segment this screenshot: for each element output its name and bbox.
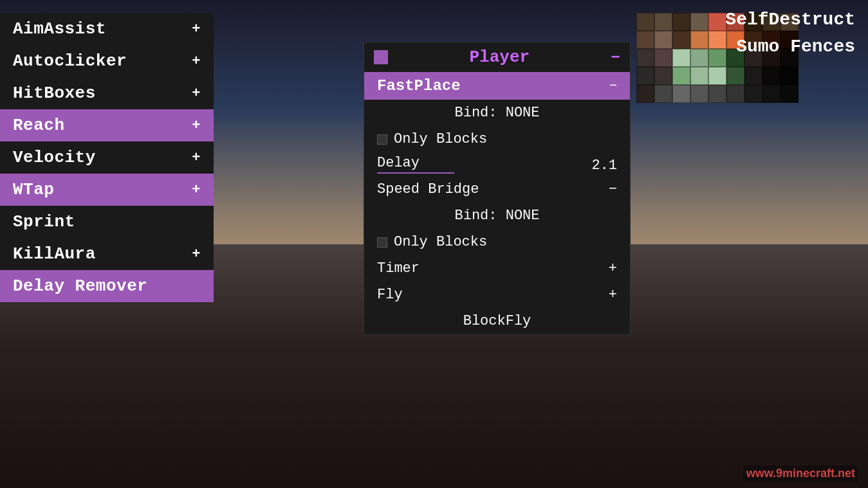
block [708, 31, 726, 49]
panel-title: Player [388, 48, 611, 67]
timer-plus[interactable]: + [609, 260, 617, 276]
block [762, 85, 780, 103]
sumo-fences-label: Sumo Fences [725, 33, 855, 60]
block [636, 49, 654, 67]
wtap-plus-icon: + [192, 182, 201, 198]
fly-row[interactable]: Fly + [364, 282, 630, 308]
self-destruct-label: SelfDestruct [725, 6, 855, 33]
panel-icon [374, 50, 388, 64]
menu-item-sprint[interactable]: Sprint [0, 206, 214, 238]
velocity-plus-icon: + [192, 150, 201, 166]
fastplace-minus[interactable]: − [609, 78, 617, 93]
menu-item-killaura-label: KillAura [13, 244, 96, 264]
fastplace-bind-label: Bind: NONE [454, 105, 539, 121]
block [672, 13, 690, 31]
timer-row[interactable]: Timer + [364, 255, 630, 282]
block [690, 13, 708, 31]
panel-collapse-button[interactable]: − [611, 49, 620, 66]
menu-item-wtap[interactable]: WTap + [0, 174, 214, 206]
menu-item-reach[interactable]: Reach + [0, 109, 214, 141]
block [708, 67, 726, 85]
speedbridge-minus[interactable]: − [609, 181, 617, 197]
menu-item-hitboxes[interactable]: HitBoxes + [0, 77, 214, 109]
block [780, 67, 799, 85]
block [780, 85, 799, 103]
fly-plus[interactable]: + [609, 287, 617, 303]
block [654, 13, 672, 31]
menu-item-hitboxes-label: HitBoxes [13, 84, 96, 103]
watermark: www.9minecraft.net [743, 465, 858, 482]
block [708, 13, 726, 31]
speedbridge-only-blocks-row[interactable]: Only Blocks [364, 229, 630, 255]
block [636, 85, 654, 103]
speedbridge-label: Speed Bridge [377, 181, 479, 197]
speedbridge-bind-row: Bind: NONE [364, 203, 630, 229]
block [672, 67, 690, 85]
center-panel: Player − FastPlace − Bind: NONE Only Blo… [364, 42, 631, 335]
only-blocks-label-2: Only Blocks [394, 234, 487, 250]
killaura-plus-icon: + [192, 246, 201, 262]
menu-item-aimassist-label: AimAssist [13, 19, 106, 39]
fastplace-label: FastPlace [377, 77, 461, 95]
block [672, 85, 690, 103]
menu-item-delay-remover[interactable]: Delay Remover [0, 270, 214, 302]
delay-slider-track[interactable] [377, 172, 454, 174]
block [744, 85, 762, 103]
block [726, 85, 744, 103]
block [654, 85, 672, 103]
only-blocks-checkbox-2[interactable] [377, 237, 387, 248]
menu-item-killaura[interactable]: KillAura + [0, 238, 214, 270]
menu-item-aimassist[interactable]: AimAssist + [0, 13, 214, 45]
block [690, 31, 708, 49]
menu-item-wtap-label: WTap [13, 180, 54, 199]
fastplace-row[interactable]: FastPlace − [364, 72, 630, 100]
only-blocks-label-1: Only Blocks [394, 131, 487, 147]
block [654, 67, 672, 85]
menu-item-autoclicker-label: Autoclicker [13, 51, 127, 71]
reach-plus-icon: + [192, 118, 201, 134]
left-menu: AimAssist + Autoclicker + HitBoxes + Rea… [0, 13, 214, 302]
block [726, 67, 744, 85]
fly-label: Fly [377, 287, 403, 303]
speedbridge-bind-label: Bind: NONE [454, 208, 539, 224]
block [744, 67, 762, 85]
block [636, 67, 654, 85]
block [708, 49, 726, 67]
delay-label: Delay [377, 155, 454, 171]
block [708, 85, 726, 103]
only-blocks-checkbox-1[interactable] [377, 134, 387, 145]
menu-item-autoclicker[interactable]: Autoclicker + [0, 45, 214, 77]
aimassist-plus-icon: + [192, 21, 201, 37]
fastplace-only-blocks-row[interactable]: Only Blocks [364, 126, 630, 152]
hitboxes-plus-icon: + [192, 86, 201, 102]
block [690, 67, 708, 85]
block [654, 49, 672, 67]
delay-value: 2.1 [591, 158, 617, 174]
delay-row[interactable]: Delay 2.1 [364, 152, 630, 176]
menu-item-velocity-label: Velocity [13, 148, 96, 167]
block [762, 67, 780, 85]
block [690, 49, 708, 67]
block [672, 31, 690, 49]
blockfly-label: BlockFly [463, 313, 531, 329]
timer-label: Timer [377, 260, 420, 276]
menu-item-reach-label: Reach [13, 116, 65, 135]
fastplace-bind-row: Bind: NONE [364, 100, 630, 126]
speedbridge-row[interactable]: Speed Bridge − [364, 176, 630, 203]
panel-header: Player − [364, 42, 630, 72]
menu-item-sprint-label: Sprint [13, 212, 75, 231]
autoclicker-plus-icon: + [192, 53, 201, 69]
delay-label-wrap: Delay [377, 155, 454, 174]
menu-item-delay-remover-label: Delay Remover [13, 276, 147, 296]
block [636, 31, 654, 49]
blockfly-row[interactable]: BlockFly [364, 308, 630, 334]
block [636, 13, 654, 31]
block [654, 31, 672, 49]
menu-item-velocity[interactable]: Velocity + [0, 141, 214, 174]
block [672, 49, 690, 67]
block [690, 85, 708, 103]
right-labels: SelfDestruct Sumo Fences [725, 6, 855, 60]
